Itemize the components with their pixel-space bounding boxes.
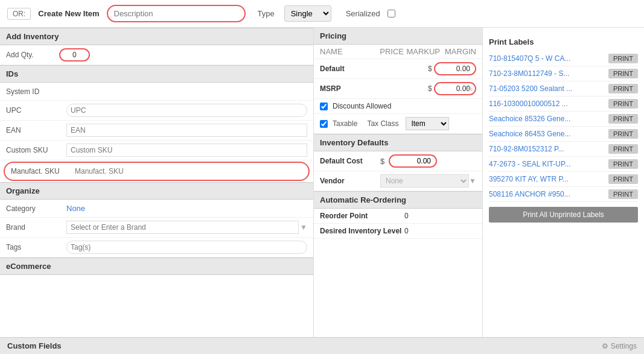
description-input[interactable] [107, 5, 246, 22]
custom-sku-row: Custom SKU [0, 141, 313, 160]
custom-fields-label: Custom Fields [7, 341, 62, 350]
add-qty-value: 0 [59, 48, 90, 62]
msrp-percent-icon: % [467, 86, 473, 92]
print-item-name-0: 710-815407Q 5 - W CA... [489, 54, 605, 63]
ean-label: EAN [6, 126, 66, 134]
default-price-label: Default [320, 65, 428, 73]
print-row-2: 71-05203 5200 Sealant ... PRINT [489, 81, 638, 96]
brand-row: Brand ▼ [0, 218, 313, 238]
category-link[interactable]: None [66, 204, 85, 213]
vendor-row: Vendor None ▼ [314, 171, 482, 191]
vendor-label: Vendor [320, 177, 380, 185]
print-btn-6[interactable]: PRINT [608, 144, 638, 154]
tags-label: Tags [6, 243, 66, 251]
msrp-dollar-sign: $ [428, 84, 434, 93]
default-price-input[interactable] [434, 62, 476, 75]
tax-class-select[interactable]: Item None Custom [406, 117, 449, 130]
vendor-select[interactable]: None [380, 174, 469, 188]
col-name-header: NAME [320, 47, 355, 56]
create-new-label: Create New Item [38, 9, 99, 18]
print-btn-0[interactable]: PRINT [608, 54, 638, 63]
ids-header: IDs [0, 65, 313, 83]
print-btn-2[interactable]: PRINT [608, 84, 638, 93]
print-all-button[interactable]: Print All Unprinted Labels [489, 207, 638, 223]
pricing-col-headers: NAME PRICE MARKUP MARGIN [314, 45, 482, 59]
print-btn-4[interactable]: PRINT [608, 114, 638, 124]
upc-input[interactable] [66, 104, 307, 117]
right-panel: Print Labels 710-815407Q 5 - W CA... PRI… [483, 28, 644, 337]
serialized-checkbox[interactable] [387, 10, 395, 17]
print-item-name-2: 71-05203 5200 Sealant ... [489, 84, 605, 93]
print-btn-8[interactable]: PRINT [608, 174, 638, 184]
print-row-8: 395270 KIT AY, WTR P... PRINT [489, 172, 638, 187]
ean-input[interactable] [66, 124, 307, 137]
col-margin-header: MARGIN [440, 47, 476, 56]
default-cost-row: Default Cost $ [314, 151, 482, 171]
page-container: OR: Create New Item Type Single Bundle S… [0, 0, 644, 354]
taxable-checkbox[interactable] [320, 120, 328, 128]
ecommerce-header: eCommerce [0, 258, 313, 275]
col-markup-header: MARKUP [404, 47, 440, 56]
top-bar: OR: Create New Item Type Single Bundle S… [0, 0, 644, 28]
manufact-sku-input[interactable] [71, 165, 302, 177]
print-row-1: 710-23-8M0112749 - S... PRINT [489, 66, 638, 81]
print-row-5: Seachoice 86453 Gene... PRINT [489, 127, 638, 142]
inv-defaults-header: Inventory Defaults [314, 134, 482, 151]
default-price-row: Default $ [314, 59, 482, 79]
default-cost-input[interactable] [389, 154, 437, 168]
custom-sku-input[interactable] [66, 144, 307, 157]
serialized-label: Serialized [346, 9, 380, 18]
print-btn-5[interactable]: PRINT [608, 129, 638, 139]
pricing-header: Pricing [314, 28, 482, 45]
tags-row: Tags [0, 238, 313, 258]
category-row: Category None [0, 200, 313, 218]
type-select[interactable]: Single Bundle Service [284, 5, 331, 22]
desired-level-value: 0 [404, 227, 409, 235]
print-section: Print Labels 710-815407Q 5 - W CA... PRI… [489, 34, 638, 223]
print-btn-3[interactable]: PRINT [608, 99, 638, 109]
system-id-row: System ID [0, 83, 313, 101]
print-item-name-7: 47-2673 - SEAL KIT-UP... [489, 160, 605, 168]
print-row-3: 116-10300010000512 ... PRINT [489, 96, 638, 112]
reorder-point-value: 0 [404, 212, 409, 220]
print-btn-9[interactable]: PRINT [608, 189, 638, 199]
add-inventory-header: Add Inventory [0, 28, 313, 45]
type-label: Type [258, 9, 275, 18]
tags-input[interactable] [66, 241, 307, 254]
upc-label: UPC [6, 106, 66, 115]
msrp-price-label: MSRP [320, 84, 428, 93]
vendor-chevron-icon: ▼ [469, 177, 476, 185]
print-item-name-8: 395270 KIT AY, WTR P... [489, 175, 605, 183]
add-qty-row: Add Qty. 0 [0, 45, 313, 65]
brand-input[interactable] [66, 221, 299, 234]
print-row-0: 710-815407Q 5 - W CA... PRINT [489, 51, 638, 66]
left-panel: Add Inventory Add Qty. 0 IDs System ID U… [0, 28, 314, 337]
organize-header: Organize [0, 182, 313, 200]
print-item-name-4: Seachoice 85326 Gene... [489, 115, 605, 123]
settings-link[interactable]: ⚙ Settings [602, 342, 637, 350]
auto-reorder-header: Automatic Re-Ordering [314, 191, 482, 209]
category-label: Category [6, 204, 66, 213]
print-btn-7[interactable]: PRINT [608, 159, 638, 169]
discounts-checkbox[interactable] [320, 103, 328, 110]
default-dollar-sign: $ [428, 65, 434, 73]
print-item-name-6: 710-92-8M0152312 P... [489, 145, 605, 153]
custom-sku-label: Custom SKU [6, 146, 66, 154]
print-btn-1[interactable]: PRINT [608, 69, 638, 78]
desired-level-label: Desired Inventory Level [320, 227, 404, 235]
bottom-bar: Custom Fields ⚙ Settings [0, 337, 644, 354]
main-content: Add Inventory Add Qty. 0 IDs System ID U… [0, 28, 644, 337]
add-qty-label: Add Qty. [6, 51, 54, 59]
print-row-4: Seachoice 85326 Gene... PRINT [489, 112, 638, 127]
discounts-label: Discounts Allowed [333, 102, 391, 110]
print-labels-header: Print Labels [489, 34, 638, 51]
taxable-label: Taxable [333, 119, 357, 128]
ean-row: EAN [0, 121, 313, 141]
print-item-name-5: Seachoice 86453 Gene... [489, 130, 605, 138]
taxable-row: Taxable Tax Class Item None Custom [314, 114, 482, 134]
reorder-point-label: Reorder Point [320, 212, 404, 220]
print-item-name-3: 116-10300010000512 ... [489, 100, 605, 108]
msrp-input-wrap: % [434, 82, 476, 95]
brand-label: Brand [6, 223, 66, 232]
print-item-name-1: 710-23-8M0112749 - S... [489, 69, 605, 78]
